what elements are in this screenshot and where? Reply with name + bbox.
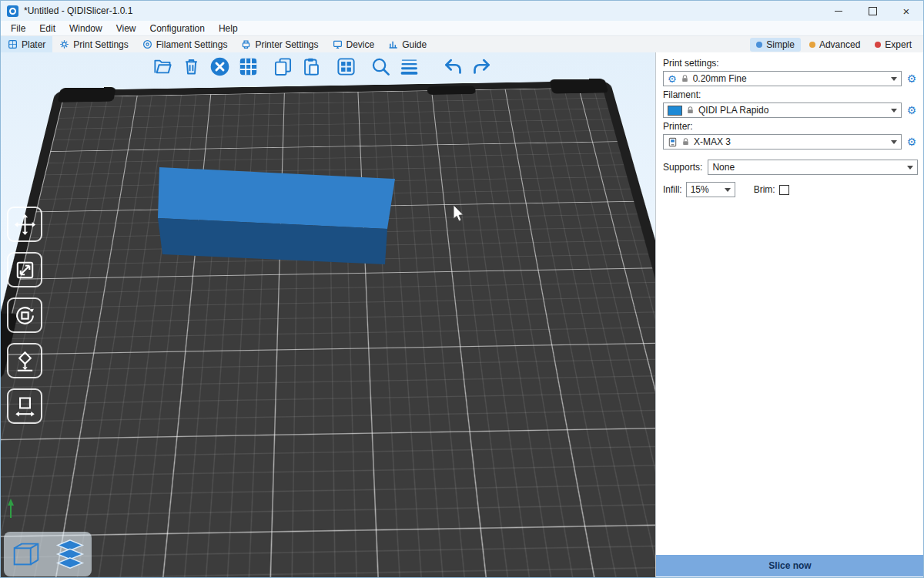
tab-plater[interactable]: Plater xyxy=(1,36,52,52)
search-icon xyxy=(370,56,391,77)
plate-clip xyxy=(427,86,476,95)
split-to-parts-button[interactable] xyxy=(335,55,357,77)
preview-view-button[interactable] xyxy=(51,535,89,573)
search-button[interactable] xyxy=(370,55,391,77)
tab-label: Plater xyxy=(22,39,45,50)
menu-configuration[interactable]: Configuration xyxy=(143,21,212,35)
printer-value: X-MAX 3 xyxy=(694,136,887,147)
build-plate xyxy=(1,81,655,578)
printer-settings-icon xyxy=(241,39,251,49)
chevron-down-icon xyxy=(891,77,897,81)
arrange-icon xyxy=(238,56,259,77)
chevron-down-icon xyxy=(907,166,913,170)
device-icon xyxy=(333,39,343,49)
supports-combo[interactable]: None xyxy=(708,160,918,175)
paste-icon xyxy=(301,56,322,77)
mode-label: Advanced xyxy=(819,39,860,50)
minimize-button[interactable] xyxy=(822,1,855,21)
paste-button[interactable] xyxy=(300,55,322,77)
tab-printer-settings[interactable]: Printer Settings xyxy=(234,36,325,52)
build-plate-wrap xyxy=(55,81,627,578)
redo-icon xyxy=(471,56,492,77)
menu-help[interactable]: Help xyxy=(212,21,245,35)
printer-edit-button[interactable]: ⚙ xyxy=(906,136,918,147)
tab-label: Print Settings xyxy=(73,39,128,50)
tab-label: Device xyxy=(346,39,375,50)
rotate-tool-button[interactable] xyxy=(7,297,42,333)
menubar: File Edit Window View Configuration Help xyxy=(1,21,923,36)
scale-tool-button[interactable] xyxy=(7,252,42,287)
close-button[interactable]: × xyxy=(889,1,923,21)
tab-device[interactable]: Device xyxy=(326,36,382,52)
infill-label: Infill: xyxy=(663,184,682,195)
print-settings-edit-button[interactable]: ⚙ xyxy=(906,73,918,84)
menu-view[interactable]: View xyxy=(109,21,143,35)
print-settings-combo[interactable]: ⚙ 0.20mm Fine xyxy=(663,71,902,86)
print-settings-value: 0.20mm Fine xyxy=(693,73,887,84)
app-window: *Untitled - QIDISlicer-1.0.1 × File Edit… xyxy=(0,0,924,578)
filament-edit-button[interactable]: ⚙ xyxy=(906,105,918,116)
menu-edit[interactable]: Edit xyxy=(32,21,62,35)
tab-filament-settings[interactable]: Filament Settings xyxy=(136,36,235,52)
split-to-parts-icon xyxy=(336,56,357,77)
menu-window[interactable]: Window xyxy=(62,21,109,35)
copy-button[interactable] xyxy=(272,55,293,77)
mode-selector: Simple Advanced Expert xyxy=(750,38,923,52)
mode-expert[interactable]: Expert xyxy=(869,38,918,52)
print-settings-icon xyxy=(59,39,69,49)
place-on-face-icon xyxy=(13,349,37,373)
place-on-face-tool-button[interactable] xyxy=(7,343,42,378)
chevron-down-icon xyxy=(891,140,897,144)
plater-icon xyxy=(8,39,18,49)
plate-clip xyxy=(57,87,116,102)
tab-guide[interactable]: Guide xyxy=(381,36,434,52)
measure-tool-button[interactable] xyxy=(7,388,42,424)
brim-checkbox[interactable] xyxy=(779,185,789,195)
brim-label: Brim: xyxy=(754,184,775,195)
settings-sidebar: Print settings: ⚙ 0.20mm Fine ⚙ Filament… xyxy=(655,52,924,578)
lock-icon xyxy=(681,137,690,146)
minimize-icon xyxy=(835,11,842,12)
variable-layer-height-button[interactable] xyxy=(398,55,420,77)
delete-all-icon xyxy=(209,56,230,77)
infill-combo[interactable]: 15% xyxy=(686,182,735,197)
filament-label: Filament: xyxy=(663,89,918,100)
printer-combo[interactable]: X-MAX 3 xyxy=(663,134,902,150)
maximize-icon xyxy=(869,7,877,15)
simple-mode-dot-icon xyxy=(756,42,762,48)
3d-viewport[interactable] xyxy=(1,52,655,578)
slice-now-button[interactable]: Slice now xyxy=(656,555,924,576)
tab-label: Printer Settings xyxy=(255,39,318,50)
lock-icon xyxy=(686,106,695,115)
chevron-down-icon xyxy=(725,188,731,192)
app-logo-icon xyxy=(7,5,18,17)
mode-simple[interactable]: Simple xyxy=(750,38,801,52)
filament-combo[interactable]: QIDI PLA Rapido xyxy=(663,102,902,118)
view-switcher xyxy=(4,532,92,576)
tab-print-settings[interactable]: Print Settings xyxy=(52,36,135,52)
expert-mode-dot-icon xyxy=(875,42,881,48)
trash-icon xyxy=(181,56,202,77)
tab-label: Guide xyxy=(402,39,427,50)
undo-button[interactable] xyxy=(442,55,464,77)
mode-advanced[interactable]: Advanced xyxy=(803,38,866,52)
redo-button[interactable] xyxy=(470,55,492,77)
scale-icon xyxy=(13,258,37,282)
delete-button[interactable] xyxy=(180,55,202,77)
open-file-button[interactable] xyxy=(152,55,173,77)
mode-label: Simple xyxy=(766,39,795,50)
tab-label: Filament Settings xyxy=(156,39,228,50)
filament-settings-icon xyxy=(142,39,152,49)
print-settings-label: Print settings: xyxy=(663,58,918,69)
maximize-button[interactable] xyxy=(855,1,889,21)
move-tool-button[interactable] xyxy=(7,207,42,242)
left-toolbar xyxy=(7,207,42,424)
chevron-down-icon xyxy=(891,109,897,113)
editor-view-button[interactable] xyxy=(7,535,45,573)
arrange-button[interactable] xyxy=(237,55,259,77)
advanced-mode-dot-icon xyxy=(809,42,815,48)
menu-file[interactable]: File xyxy=(4,21,32,35)
printer-icon xyxy=(668,137,678,147)
supports-value: None xyxy=(712,162,903,173)
delete-all-button[interactable] xyxy=(209,55,230,77)
